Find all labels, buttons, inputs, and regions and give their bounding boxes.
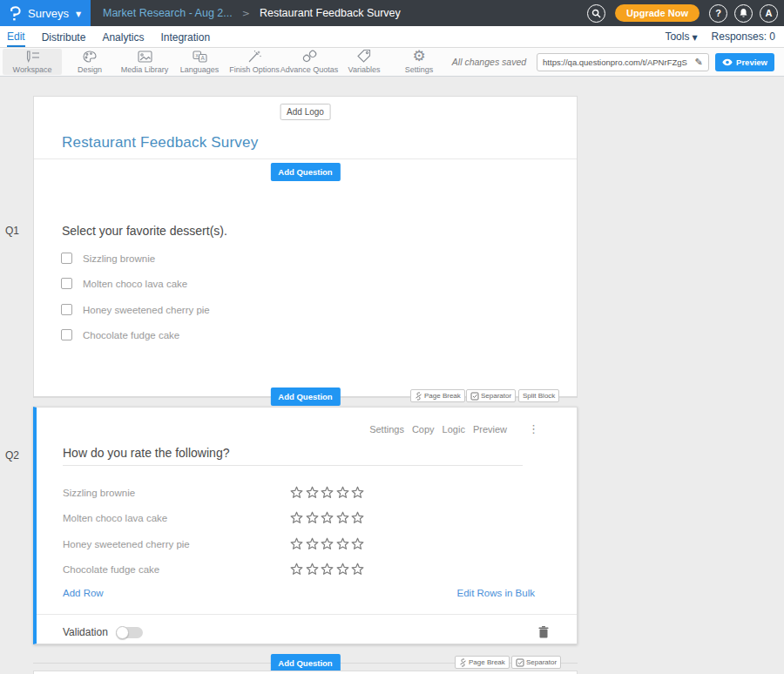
validation-row: Validation <box>63 623 549 641</box>
edit-url-pencil-icon[interactable]: ✎ <box>689 54 708 71</box>
toolbar-item-languages[interactable]: Ax Languages <box>172 48 226 76</box>
rating-row: Molten choco lava cake <box>63 509 167 527</box>
checkbox[interactable] <box>61 253 72 264</box>
tools-dropdown[interactable]: Tools▼ <box>665 30 697 43</box>
checkbox-option[interactable]: Chocolate fudge cake <box>61 329 179 340</box>
star-icon[interactable] <box>336 486 352 500</box>
add-row-link[interactable]: Add Row <box>63 588 104 598</box>
validation-label: Validation <box>63 626 108 638</box>
breadcrumb-folder[interactable]: Market Research - Aug 2... <box>103 7 233 19</box>
star-icon[interactable] <box>336 537 352 551</box>
page-break-button[interactable]: Page Break <box>410 389 465 402</box>
topbar-actions: Upgrade Now ? A <box>587 4 784 23</box>
divider <box>63 465 523 466</box>
survey-url-field[interactable]: https://qa.questionpro.com/t/APNrFZgS ✎ <box>537 53 709 71</box>
question-1-text[interactable]: Select your favorite dessert(s). <box>62 224 227 238</box>
star-icon[interactable] <box>290 537 306 551</box>
divider <box>34 158 577 159</box>
question-preview-link[interactable]: Preview <box>473 424 507 435</box>
checkbox[interactable] <box>61 278 72 289</box>
checkbox-option[interactable]: Molten choco lava cake <box>61 278 187 289</box>
add-question-button-bottom[interactable]: Add Question <box>270 654 340 672</box>
toolbar-right: All changes saved https://qa.questionpro… <box>452 48 784 76</box>
star-icon[interactable] <box>336 563 352 576</box>
checked-box-icon <box>516 658 524 667</box>
star-icon[interactable] <box>351 486 367 500</box>
separator-button[interactable]: Separator <box>511 656 561 669</box>
checkbox-option[interactable]: Honey sweetened cherry pie <box>61 304 210 315</box>
upgrade-now-button[interactable]: Upgrade Now <box>615 4 700 22</box>
toolbar-item-media-library[interactable]: Media Library <box>118 48 172 76</box>
star-rating <box>290 511 367 525</box>
separator-button[interactable]: Separator <box>466 389 516 402</box>
toolbar-item-variables[interactable]: Variables <box>337 48 391 76</box>
page-break-button[interactable]: Page Break <box>455 656 510 669</box>
breadcrumb-separator: > <box>242 8 250 19</box>
star-icon[interactable] <box>306 511 321 525</box>
chevron-down-icon: ▼ <box>692 34 697 42</box>
survey-url-value[interactable]: https://qa.questionpro.com/t/APNrFZgS <box>537 57 689 67</box>
edit-rows-in-bulk-link[interactable]: Edit Rows in Bulk <box>457 588 535 598</box>
question-2-text[interactable]: How do you rate the following? <box>63 446 229 460</box>
tab-edit[interactable]: Edit <box>7 26 25 47</box>
checkbox[interactable] <box>61 304 72 315</box>
toolbar-item-advance-quotas[interactable]: Advance Quotas <box>282 48 336 76</box>
validation-toggle[interactable] <box>117 627 143 638</box>
add-logo-button[interactable]: Add Logo <box>280 104 331 120</box>
search-button[interactable] <box>587 4 605 23</box>
checkbox-option[interactable]: Sizzling brownie <box>61 253 155 264</box>
toolbar-item-settings[interactable]: ⚙ Settings <box>392 48 446 76</box>
toolbar-item-workspace[interactable]: Workspace <box>3 49 62 75</box>
notifications-button[interactable] <box>734 4 753 23</box>
star-icon[interactable] <box>306 563 321 576</box>
star-icon[interactable] <box>351 511 367 525</box>
add-question-button-mid[interactable]: Add Question <box>270 388 340 406</box>
menu-right: Tools▼ Responses: 0 <box>665 30 784 43</box>
star-icon[interactable] <box>351 537 367 551</box>
chain-links-icon <box>302 50 317 63</box>
survey-title[interactable]: Restaurant Feedback Survey <box>62 134 258 152</box>
star-rating <box>290 537 367 551</box>
divider <box>37 614 577 615</box>
star-icon[interactable] <box>321 511 336 525</box>
star-icon[interactable] <box>351 563 367 576</box>
split-block-button[interactable]: Split Block <box>518 389 559 402</box>
add-question-button-top[interactable]: Add Question <box>270 163 340 181</box>
star-icon[interactable] <box>290 511 306 525</box>
star-icon[interactable] <box>321 563 336 576</box>
breadcrumb-current: Restaurant Feedback Survey <box>260 7 401 19</box>
question-settings-link[interactable]: Settings <box>369 424 404 435</box>
star-icon[interactable] <box>306 486 321 500</box>
star-icon[interactable] <box>290 486 306 500</box>
preview-button[interactable]: Preview <box>715 53 774 71</box>
toolbar-item-finish-options[interactable]: Finish Options <box>227 48 281 76</box>
checkbox[interactable] <box>61 329 72 340</box>
tab-analytics[interactable]: Analytics <box>102 27 144 46</box>
star-icon[interactable] <box>321 537 336 551</box>
workspace-icon <box>24 50 41 63</box>
tab-distribute[interactable]: Distribute <box>42 27 86 46</box>
avatar[interactable]: A <box>760 4 778 23</box>
question-toolbar: Settings Copy Logic Preview ⋮ <box>369 422 539 435</box>
question-logic-link[interactable]: Logic <box>443 424 465 435</box>
brand-menu[interactable]: Surveys ▼ <box>0 0 91 26</box>
tab-integration[interactable]: Integration <box>160 27 210 46</box>
star-icon[interactable] <box>290 563 306 576</box>
survey-header-card: Add Logo Restaurant Feedback Survey Add … <box>33 96 578 398</box>
chevron-down-icon: ▼ <box>76 9 81 18</box>
responses-count[interactable]: Responses: 0 <box>712 30 775 43</box>
bottom-actions: Add Question Page Break Separator <box>33 654 578 670</box>
star-icon[interactable] <box>306 537 321 551</box>
menu-bar: Edit Distribute Analytics Integration To… <box>0 26 784 48</box>
help-button[interactable]: ? <box>709 4 727 23</box>
questionpro-logo-icon <box>10 6 21 21</box>
star-rating <box>290 486 367 500</box>
question-mark-icon: ? <box>715 8 721 18</box>
delete-question-button[interactable] <box>538 626 549 638</box>
star-icon[interactable] <box>336 511 352 525</box>
next-card <box>33 671 578 674</box>
star-icon[interactable] <box>321 486 336 500</box>
toolbar-item-design[interactable]: Design <box>63 48 117 76</box>
more-options-icon[interactable]: ⋮ <box>528 422 539 435</box>
question-copy-link[interactable]: Copy <box>412 424 435 435</box>
